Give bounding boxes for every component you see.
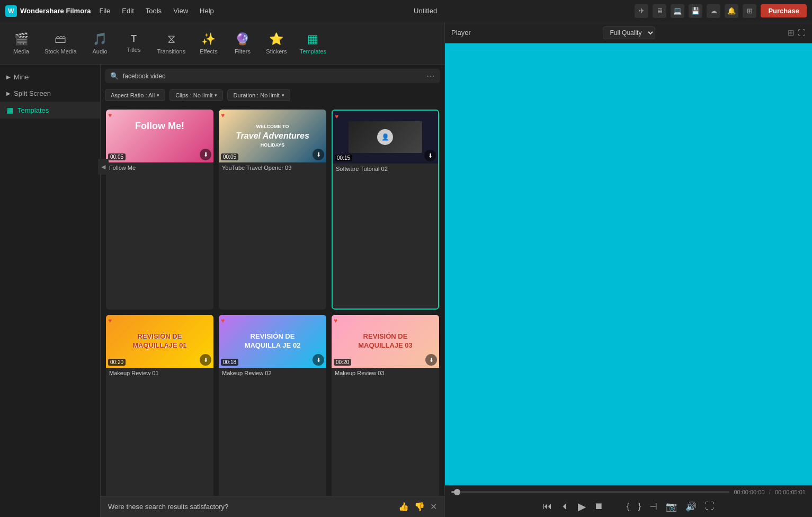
tutorial-download-icon[interactable]: ⬇ bbox=[424, 150, 436, 161]
top-right-icons: ✈ 🖥 💻 💾 ☁ 🔔 ⊞ Purchase bbox=[635, 4, 807, 18]
aspect-ratio-label: Aspect Ratio : All bbox=[111, 92, 155, 98]
progress-bar[interactable] bbox=[451, 491, 729, 493]
step-back-button[interactable]: ⏮ bbox=[541, 500, 554, 513]
duration-arrow-icon: ▾ bbox=[282, 93, 284, 98]
yt-travel-heart-icon: ♥ bbox=[221, 112, 225, 119]
more-options-icon[interactable]: ⋯ bbox=[426, 71, 435, 81]
template-card-makeup1[interactable]: REVISIÓN DEMAQUILLAJE 01 ♥ 00:20 ⬇ Makeu… bbox=[106, 315, 213, 513]
send-icon[interactable]: ✈ bbox=[635, 4, 648, 18]
stop-button[interactable]: ⏹ bbox=[592, 500, 605, 513]
follow-me-text: Follow Me! bbox=[106, 110, 213, 137]
devices-icon[interactable]: 💻 bbox=[671, 4, 684, 18]
template-card-makeup2[interactable]: REVISIÓN DEMAQUILLA JE 02 ♥ 00:18 ⬇ Make… bbox=[219, 315, 326, 513]
effects-icon: ✨ bbox=[201, 32, 216, 46]
aspect-arrow-icon: ▾ bbox=[157, 93, 159, 98]
template-card-software-tutorial[interactable]: 👤 ♥ 00:15 ⬇ Software Tutorial 02 bbox=[332, 110, 439, 310]
save-icon[interactable]: 💾 bbox=[689, 4, 702, 18]
time-separator: / bbox=[769, 488, 771, 496]
menu-help[interactable]: Help bbox=[198, 6, 216, 16]
yt-travel-download-icon[interactable]: ⬇ bbox=[313, 149, 324, 160]
makeup2-label: Makeup Review 02 bbox=[219, 368, 326, 378]
tab-audio-label: Audio bbox=[92, 48, 107, 55]
tab-filters[interactable]: 🔮 Filters bbox=[227, 29, 258, 58]
tab-templates-label: Templates bbox=[300, 48, 326, 55]
thumbs-down-button[interactable]: 👎 bbox=[414, 502, 425, 512]
mark-out-button[interactable]: } bbox=[636, 500, 644, 513]
feedback-text: Were these search results satisfactory? bbox=[108, 503, 393, 511]
feedback-bar: Were these search results satisfactory? … bbox=[101, 496, 444, 517]
grid-view-icon[interactable]: ⊞ bbox=[788, 28, 795, 38]
makeup1-heart-icon: ♥ bbox=[108, 317, 112, 324]
tab-effects[interactable]: ✨ Effects bbox=[193, 29, 225, 58]
sidebar-item-mine[interactable]: ▶ Mine bbox=[0, 69, 100, 85]
notify-icon[interactable]: 🔔 bbox=[725, 4, 738, 18]
player-header: Player Full Quality ⊞ ⛶ bbox=[445, 22, 812, 43]
collapse-chevron-icon: ◀ bbox=[101, 164, 105, 170]
makeup1-thumb: REVISIÓN DEMAQUILLAJE 01 ♥ 00:20 ⬇ bbox=[106, 315, 213, 368]
grid-icon[interactable]: ⊞ bbox=[743, 4, 756, 18]
tab-stock-label: Stock Media bbox=[44, 48, 77, 55]
makeup2-heart-icon: ♥ bbox=[221, 317, 225, 324]
sidebar-item-templates[interactable]: ▦ Templates bbox=[0, 102, 100, 119]
monitor-icon[interactable]: 🖥 bbox=[653, 4, 666, 18]
split-button[interactable]: ⊣ bbox=[647, 500, 659, 513]
aspect-ratio-filter[interactable]: Aspect Ratio : All ▾ bbox=[105, 89, 165, 101]
top-bar: W Wondershare Filmora File Edit Tools Vi… bbox=[0, 0, 812, 22]
tab-audio[interactable]: 🎵 Audio bbox=[84, 29, 116, 58]
sidebar: ▶ Mine ▶ Split Screen ▦ Templates bbox=[0, 65, 101, 517]
tab-transitions[interactable]: ⧖ Transitions bbox=[152, 29, 191, 58]
template-card-follow-me[interactable]: Follow Me! ♥ 00:05 ⬇ Follow Me bbox=[106, 110, 213, 310]
purchase-button[interactable]: Purchase bbox=[761, 4, 807, 17]
makeup3-label: Makeup Review 03 bbox=[332, 368, 439, 378]
yt-travel-duration: 00:05 bbox=[221, 153, 238, 160]
sidebar-item-split-screen[interactable]: ▶ Split Screen bbox=[0, 85, 100, 102]
tab-stickers-label: Stickers bbox=[266, 48, 287, 55]
document-title: Untitled bbox=[222, 7, 629, 15]
tab-stock-media[interactable]: 🗃 Stock Media bbox=[39, 29, 82, 58]
app-logo: W Wondershare Filmora bbox=[5, 5, 91, 17]
duration-label: Duration : No limit bbox=[233, 92, 279, 98]
clips-filter[interactable]: Clips : No limit ▾ bbox=[169, 89, 223, 101]
mine-arrow-icon: ▶ bbox=[6, 74, 11, 80]
search-bar: 🔍 ⋯ bbox=[105, 69, 440, 83]
makeup1-download-icon[interactable]: ⬇ bbox=[200, 354, 211, 366]
snapshot-button[interactable]: 📷 bbox=[664, 500, 679, 513]
search-input[interactable] bbox=[123, 72, 422, 80]
tutorial-label: Software Tutorial 02 bbox=[333, 164, 438, 174]
tab-titles[interactable]: T Titles bbox=[118, 30, 150, 56]
sidebar-collapse-button[interactable]: ◀ bbox=[98, 159, 109, 175]
templates-icon: ▦ bbox=[307, 32, 318, 46]
follow-me-download-icon[interactable]: ⬇ bbox=[200, 149, 211, 160]
audio-button[interactable]: 🔊 bbox=[683, 500, 699, 513]
tab-media-label: Media bbox=[13, 48, 29, 55]
quality-select[interactable]: Full Quality bbox=[603, 26, 655, 39]
player-canvas bbox=[445, 43, 812, 485]
menu-edit[interactable]: Edit bbox=[120, 6, 136, 16]
tab-templates[interactable]: ▦ Templates bbox=[295, 29, 332, 58]
makeup3-thumb: REVISIÓN DEMAQUILLAJE 03 ♥ 00:20 ⬇ bbox=[332, 315, 439, 368]
feedback-close-button[interactable]: ✕ bbox=[430, 502, 437, 512]
play-button[interactable]: ▶ bbox=[576, 499, 588, 514]
menu-file[interactable]: File bbox=[97, 6, 112, 16]
fullscreen-icon[interactable]: ⛶ bbox=[798, 28, 806, 38]
makeup2-download-icon[interactable]: ⬇ bbox=[313, 354, 324, 366]
mark-in-button[interactable]: { bbox=[624, 500, 632, 513]
tab-media[interactable]: 🎬 Media bbox=[5, 29, 37, 58]
fullscreen-ctrl-button[interactable]: ⛶ bbox=[703, 500, 716, 513]
thumbs-up-button[interactable]: 👍 bbox=[398, 502, 409, 512]
makeup2-duration: 00:18 bbox=[221, 359, 238, 366]
travel-text: WELCOME TOTravel AdventuresHOLIDAYS bbox=[236, 123, 309, 149]
template-grid: Follow Me! ♥ 00:05 ⬇ Follow Me WELCOME T… bbox=[101, 105, 444, 517]
frame-back-button[interactable]: ⏴ bbox=[558, 500, 572, 513]
tab-stickers[interactable]: ⭐ Stickers bbox=[261, 29, 292, 58]
duration-filter[interactable]: Duration : No limit ▾ bbox=[227, 89, 290, 101]
menu-bar: File Edit Tools View Help bbox=[97, 6, 216, 16]
main-layout: 🎬 Media 🗃 Stock Media 🎵 Audio T Titles ⧖… bbox=[0, 22, 812, 517]
menu-tools[interactable]: Tools bbox=[144, 6, 164, 16]
template-card-yt-travel[interactable]: WELCOME TOTravel AdventuresHOLIDAYS ♥ 00… bbox=[219, 110, 326, 310]
makeup3-download-icon[interactable]: ⬇ bbox=[425, 354, 437, 366]
menu-view[interactable]: View bbox=[171, 6, 190, 16]
template-card-makeup3[interactable]: REVISIÓN DEMAQUILLAJE 03 ♥ 00:20 ⬇ Makeu… bbox=[332, 315, 439, 513]
cloud-icon[interactable]: ☁ bbox=[707, 4, 720, 18]
follow-me-duration: 00:05 bbox=[108, 153, 126, 160]
